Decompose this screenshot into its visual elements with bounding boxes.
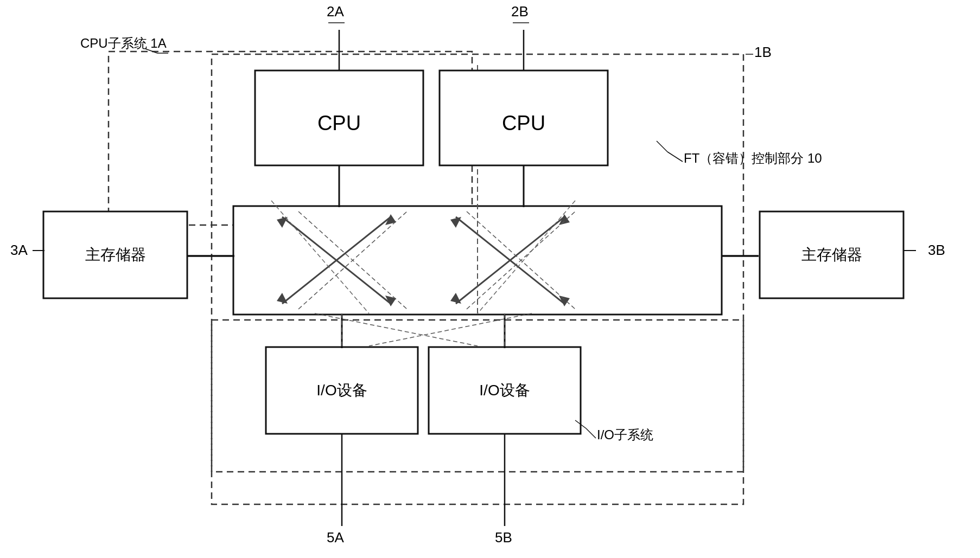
- cpu-subsys-1a-label: CPU子系统 1A: [80, 36, 167, 50]
- ref-5a: 5A: [327, 529, 344, 546]
- ref-3a: 3A: [10, 242, 28, 258]
- ref-5b: 5B: [495, 529, 512, 546]
- mem-a-label: 主存储器: [85, 246, 146, 263]
- ref-1b: 1B: [754, 44, 772, 60]
- diagram: CPU CPU 主存储器 主存储器 I/O设备 I/O设备: [0, 0, 980, 558]
- ref-2b: 2B: [511, 3, 529, 20]
- cpu-a-label: CPU: [317, 112, 361, 134]
- cpu-b-label: CPU: [502, 112, 545, 134]
- mem-b-label: 主存储器: [801, 246, 862, 263]
- io-subsys-label: I/O子系统: [597, 427, 653, 442]
- ft-label: FT（容错）控制部分 10: [684, 151, 822, 165]
- io-a-label: I/O设备: [316, 382, 367, 399]
- ref-2a: 2A: [327, 3, 344, 20]
- ref-3b: 3B: [928, 242, 945, 258]
- io-b-label: I/O设备: [479, 382, 530, 399]
